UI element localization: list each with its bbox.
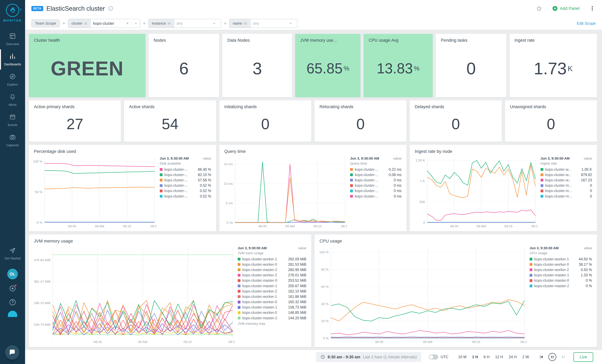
legend-item[interactable]: kops-cluster-...0.52 % (160, 188, 211, 193)
chart-plot-query[interactable]: 08:4509 AM09:1509:3015 ms10 ms5 ms0 ns (221, 156, 347, 229)
chart-panel-jvm[interactable]: JVM memory usage08:4509 AM09:1509:30476.… (29, 235, 311, 347)
onboarding-widget[interactable] (8, 311, 17, 317)
legend-item[interactable]: kops-cluster-w...1.05 K (540, 167, 592, 172)
stat-panel-cluster-health[interactable]: Cluster healthGREEN (29, 34, 145, 97)
chart-plot-ingest[interactable]: 08:4509 AM09:1509:301.50 K1 K5000 (411, 156, 538, 229)
monitor-logo[interactable]: › MONITOR (3, 4, 22, 22)
chat-launcher[interactable] (5, 345, 20, 360)
legend-item[interactable]: kops-cluster-m...0 (540, 183, 592, 188)
star-icon[interactable] (536, 5, 542, 11)
team-scope-chip[interactable]: Team Scope (31, 19, 60, 27)
help-icon[interactable] (8, 298, 17, 307)
legend-item[interactable]: kops-cluster-worker-038.17 % (530, 262, 592, 267)
instance-select[interactable]: any (174, 19, 221, 28)
chart-plot-disk[interactable]: 08:4509 AM09:1509:30100 %50 %0 % (31, 156, 157, 229)
stat-panel-jvm-memory-use[interactable]: JVM memory use…65.85% (295, 34, 360, 97)
legend-item[interactable]: kops-cluster-worker-0281.53 MiB (238, 262, 306, 267)
skip-forward-icon[interactable] (561, 354, 566, 360)
time-range-picker[interactable]: 8:30 am - 9:30 am Last 1 hour (1 minute … (316, 352, 421, 362)
sidebar-item-get-started[interactable]: Get Started (0, 244, 25, 264)
legend-item[interactable]: kops-cluster-worker-0160.32 MiB (238, 300, 306, 305)
legend-item[interactable]: kops-cluster-worker-1161.86 MiB (238, 294, 306, 299)
sidebar-item-explore[interactable]: Explore (0, 70, 25, 90)
add-panel-button[interactable]: Add Panel (550, 5, 581, 11)
range-button-12-h[interactable]: 12 H (493, 353, 505, 361)
legend-item[interactable]: kops-cluster-...0 ms (350, 193, 401, 199)
legend-item[interactable]: kops-cluster-master-00 % (530, 278, 592, 283)
legend-item[interactable]: kops-cluster-master-11.33 % (530, 273, 592, 278)
pause-icon[interactable] (548, 353, 557, 361)
kebab-menu-icon[interactable]: ⋮ (590, 5, 595, 12)
legend-item[interactable]: kops-cluster-...57.56 % (160, 177, 211, 183)
stat-panel-relocating-shards[interactable]: Relocating shards0 (314, 100, 407, 142)
edit-scope-link[interactable]: Edit Scope (577, 21, 596, 26)
chart-panel-query[interactable]: Query time08:4509 AM09:1509:3015 ms10 ms… (219, 145, 407, 231)
stat-panel-delayed-shards[interactable]: Delayed shards0 (410, 100, 502, 142)
legend-item[interactable]: kops-cluster-...0 ms (350, 183, 401, 188)
chart-panel-cpu[interactable]: CPU usage08:4509 AM09:1509:30100 %80 %60… (314, 235, 597, 347)
legend-item[interactable]: kops-cluster-...0.52 % (160, 193, 211, 199)
legend-item[interactable]: kops-cluster-w...167.23 (540, 177, 592, 183)
notifications-target-icon[interactable] (8, 284, 17, 293)
legend-item[interactable]: kops-cluster-...0 ms (350, 188, 401, 193)
stat-panel-cpu-usage-avg[interactable]: CPU usage Avg13.83% (364, 34, 432, 97)
cluster-value-input[interactable] (91, 21, 124, 26)
legend-item[interactable]: kops-cluster-worker-0146.85 MiB (238, 310, 306, 315)
range-button-2-w[interactable]: 2 W (520, 353, 531, 361)
legend-item[interactable]: kops-cluster-worker-2162.10 MiB (238, 289, 306, 294)
legend-item[interactable]: kops-cluster-w...879.82 (540, 172, 592, 177)
legend-item[interactable]: kops-cluster-m...0 (540, 188, 592, 193)
legend-series-value: 0 % (583, 278, 592, 283)
stat-panel-data-nodes[interactable]: Data Nodes3 (222, 34, 292, 97)
chevron-down-icon[interactable] (132, 22, 140, 25)
stat-panel-unassigned-shards[interactable]: Unassigned shards0 (505, 100, 597, 142)
stat-panel-nodes[interactable]: Nodes6 (149, 34, 219, 97)
sidebar-item-dashboards[interactable]: Dashboards (0, 49, 25, 70)
chart-panel-disk[interactable]: Percentage disk used08:4509 AM09:1509:30… (29, 145, 216, 231)
stat-panel-initializing-shards[interactable]: Initializing shards0 (219, 100, 311, 142)
filter-clause-name: name in any (229, 19, 298, 28)
playback-controls (539, 353, 566, 361)
sidebar-item-captures[interactable]: Captures (0, 130, 25, 150)
stat-panel-ingest-rate[interactable]: Ingest rate1.73K (509, 34, 597, 97)
legend-item[interactable]: kops-cluster-m...0 (540, 193, 592, 199)
legend-item[interactable]: kops-cluster-...86.40 % (160, 167, 211, 172)
utc-toggle[interactable]: UTC (429, 354, 448, 359)
sidebar-item-overview[interactable]: Overview (0, 29, 25, 49)
legend-item[interactable]: kops-cluster-...82.10 % (160, 172, 211, 177)
legend-item[interactable]: kops-cluster-...0 ms (350, 177, 401, 183)
avatar[interactable]: DL (7, 269, 18, 279)
skip-back-icon[interactable] (539, 354, 544, 360)
legend-item[interactable]: kops-cluster-worker-2276.01 MiB (238, 273, 306, 278)
legend-item[interactable]: kops-cluster-master-2280.95 MiB (238, 267, 306, 272)
range-button-6-h[interactable]: 6 H (482, 353, 492, 361)
legend-item[interactable]: kops-cluster-master-2144.20 MiB (238, 315, 306, 321)
legend-item[interactable]: kops-cluster-master-20 % (530, 283, 592, 289)
stat-panel-active-shards[interactable]: Active shards54 (124, 100, 216, 142)
live-button[interactable]: Live (573, 352, 593, 362)
stat-panel-pending-tasks[interactable]: Pending tasks0 (436, 34, 506, 97)
stat-panel-active-primary-shards[interactable]: Active primary shards27 (29, 100, 121, 142)
legend-series-value: 162.10 MiB (286, 289, 306, 293)
info-icon[interactable] (108, 6, 113, 11)
range-button-1-h[interactable]: 1 H (470, 353, 480, 361)
legend-item[interactable]: kops-cluster-worker-144.50 % (530, 257, 592, 262)
legend-item[interactable]: kops-cluster-worker-1292.09 MiB (238, 257, 306, 262)
legend-item[interactable]: kops-cluster-...0.22 ms (350, 167, 401, 172)
legend-item[interactable]: kops-cluster-worker-24.50 % (530, 267, 592, 272)
range-button-10-m[interactable]: 10 M (456, 353, 469, 361)
legend-item[interactable]: kops-cluster-master-1158.73 MiB (238, 305, 306, 310)
toggle-switch[interactable] (429, 354, 438, 359)
range-button-24-h[interactable]: 24 H (506, 353, 519, 361)
legend-item[interactable]: kops-cluster-master-1200.67 MiB (238, 283, 306, 289)
chart-plot-jvm[interactable]: 08:4509 AM09:1509:30476.84 MiB381.47 MiB… (31, 246, 235, 344)
name-select[interactable]: any (250, 19, 297, 28)
chart-plot-cpu[interactable]: 08:4509 AM09:1509:30100 %80 %60 %40 %20 … (316, 246, 527, 344)
legend-item[interactable]: kops-cluster-master-0253.52 MiB (238, 278, 306, 283)
legend-item[interactable]: kops-cluster-...0.52 % (160, 183, 211, 188)
sidebar-item-alerts[interactable]: Alerts (0, 90, 25, 110)
chart-panel-ingest[interactable]: Ingest rate by node08:4509 AM09:1509:301… (410, 145, 597, 231)
sidebar-item-events[interactable]: Events (0, 110, 25, 130)
legend-item[interactable]: kops-cluster-...0.08 ms (350, 172, 401, 177)
clear-filter-icon[interactable] (124, 22, 130, 25)
